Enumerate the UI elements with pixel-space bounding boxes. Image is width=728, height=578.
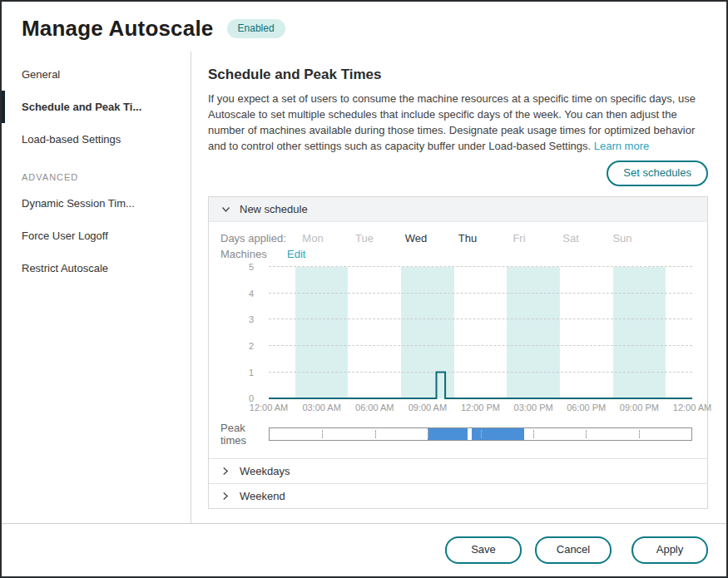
x-tick-label: 09:00 PM <box>620 403 659 413</box>
x-tick-label: 12:00 PM <box>461 403 500 413</box>
learn-more-link[interactable]: Learn more <box>594 140 649 152</box>
peak-times-bar[interactable] <box>269 427 692 441</box>
day-fri[interactable]: Fri <box>493 232 545 245</box>
x-tick-label: 03:00 PM <box>514 403 553 413</box>
machines-row: Machines Edit <box>220 248 696 260</box>
y-tick-label: 3 <box>249 314 254 324</box>
footer: Save Cancel Apply <box>2 523 726 576</box>
day-sun[interactable]: Sun <box>597 232 648 245</box>
main-panel: Schedule and Peak Times If you expect a … <box>191 52 726 523</box>
manage-autoscale-dialog: Manage Autoscale Enabled General Schedul… <box>0 0 728 578</box>
set-schedules-button[interactable]: Set schedules <box>607 161 708 186</box>
section-heading: Schedule and Peak Times <box>208 67 708 83</box>
peak-times-row: Peak times <box>220 422 696 447</box>
new-schedule-header[interactable]: New schedule <box>209 197 707 221</box>
description: If you expect a set of users to consume … <box>208 91 708 154</box>
set-schedules-row: Set schedules <box>208 161 708 186</box>
x-tick-label: 12:00 AM <box>250 403 288 413</box>
days-applied-row: Days applied: Mon Tue Wed Thu Fri Sat Su… <box>220 232 696 245</box>
y-axis-labels: 012345 <box>220 267 262 398</box>
sidebar-item-force-user-logoff[interactable]: Force User Logoff <box>2 220 191 252</box>
days-applied-label: Days applied: <box>220 232 287 245</box>
x-axis-labels: 12:00 AM03:00 AM06:00 AM09:00 AM12:00 PM… <box>269 403 692 416</box>
weekdays-label: Weekdays <box>240 465 290 477</box>
peak-bar-separator <box>481 430 482 438</box>
content-area: General Schedule and Peak Ti... Load-bas… <box>2 52 726 523</box>
day-thu[interactable]: Thu <box>442 232 493 245</box>
chevron-down-icon <box>220 206 230 213</box>
peak-time-segment <box>472 428 524 440</box>
machines-step-line <box>269 373 692 399</box>
x-tick-label: 06:00 AM <box>355 403 394 413</box>
edit-machines-link[interactable]: Edit <box>287 248 305 260</box>
peak-bar-separator <box>375 430 376 438</box>
peak-time-segment <box>428 428 468 440</box>
enabled-status-badge: Enabled <box>227 19 285 37</box>
new-schedule-label: New schedule <box>240 203 308 215</box>
x-tick-label: 03:00 AM <box>302 403 340 413</box>
machines-label: Machines <box>220 248 287 260</box>
peak-bar-separator <box>639 430 640 438</box>
y-tick-label: 2 <box>249 341 254 351</box>
x-tick-label: 06:00 PM <box>567 403 606 413</box>
sidebar-section-advanced: ADVANCED <box>2 156 191 187</box>
peak-times-label: Peak times <box>220 422 269 447</box>
day-tue[interactable]: Tue <box>339 232 390 245</box>
sidebar-item-general[interactable]: General <box>2 58 191 91</box>
cancel-button[interactable]: Cancel <box>535 536 612 564</box>
weekdays-header[interactable]: Weekdays <box>209 459 707 483</box>
chevron-right-icon <box>220 492 230 501</box>
peak-bar-separator <box>428 430 428 438</box>
header: Manage Autoscale Enabled <box>2 2 726 52</box>
page-title: Manage Autoscale <box>22 16 214 42</box>
sidebar-item-load-based-settings[interactable]: Load-based Settings <box>2 123 191 156</box>
apply-button[interactable]: Apply <box>631 536 708 564</box>
peak-bar-separator <box>586 430 587 438</box>
sidebar-item-dynamic-session-timeout[interactable]: Dynamic Session Tim... <box>2 187 191 220</box>
day-wed[interactable]: Wed <box>390 232 442 245</box>
y-tick-label: 5 <box>249 262 254 272</box>
day-sat[interactable]: Sat <box>545 232 597 245</box>
y-tick-label: 4 <box>249 289 254 299</box>
machines-chart: 012345 12:00 AM03:00 AM06:00 AM09:00 AM1… <box>220 267 696 416</box>
weekend-label: Weekend <box>240 490 285 502</box>
machines-chart-plot <box>269 267 692 398</box>
save-button[interactable]: Save <box>445 536 522 564</box>
x-tick-label: 12:00 AM <box>673 403 711 413</box>
machines-line-layer <box>269 267 692 398</box>
day-mon[interactable]: Mon <box>287 232 339 245</box>
y-tick-label: 1 <box>249 368 254 378</box>
peak-bar-separator <box>322 430 323 438</box>
sidebar-item-schedule-and-peak-times[interactable]: Schedule and Peak Ti... <box>2 91 191 123</box>
peak-bar-separator <box>533 430 534 438</box>
sidebar-item-restrict-autoscale[interactable]: Restrict Autoscale <box>2 252 191 284</box>
chevron-right-icon <box>220 467 230 476</box>
sidebar: General Schedule and Peak Ti... Load-bas… <box>2 52 191 523</box>
weekend-header[interactable]: Weekend <box>209 483 707 508</box>
x-tick-label: 09:00 AM <box>409 403 447 413</box>
new-schedule-panel: Days applied: Mon Tue Wed Thu Fri Sat Su… <box>209 221 707 459</box>
schedules-accordion: New schedule Days applied: Mon Tue Wed T… <box>208 196 708 509</box>
